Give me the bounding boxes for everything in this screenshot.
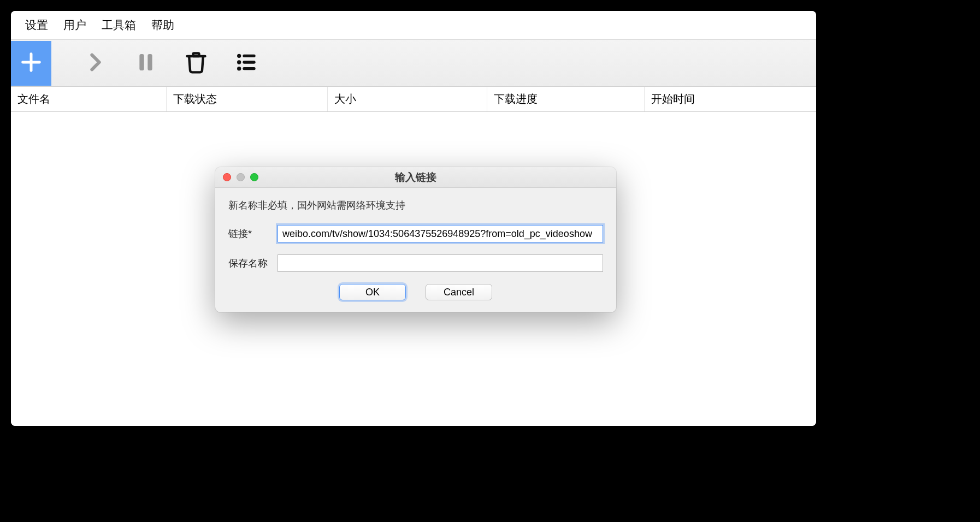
- menu-help[interactable]: 帮助: [144, 14, 182, 36]
- menu-settings[interactable]: 设置: [17, 14, 56, 36]
- dialog-body: 新名称非必填，国外网站需网络环境支持 链接* 保存名称 OK Cancel: [215, 188, 616, 312]
- plus-icon: [19, 50, 44, 77]
- column-start-time[interactable]: 开始时间: [645, 87, 816, 111]
- svg-rect-2: [139, 54, 144, 70]
- save-name-label: 保存名称: [228, 257, 278, 270]
- cancel-button[interactable]: Cancel: [426, 284, 492, 300]
- input-link-dialog: 输入链接 新名称非必填，国外网站需网络环境支持 链接* 保存名称 OK Canc…: [215, 167, 616, 312]
- link-label: 链接*: [228, 227, 278, 240]
- menu-user[interactable]: 用户: [56, 14, 94, 36]
- menu-toolbox[interactable]: 工具箱: [94, 14, 144, 36]
- svg-rect-3: [147, 54, 152, 70]
- toolbar: [11, 40, 816, 87]
- column-size[interactable]: 大小: [328, 87, 487, 111]
- start-button[interactable]: [75, 42, 116, 85]
- column-progress[interactable]: 下载进度: [487, 87, 645, 111]
- column-filename[interactable]: 文件名: [11, 87, 167, 111]
- ok-button[interactable]: OK: [339, 284, 406, 300]
- column-status[interactable]: 下载状态: [167, 87, 328, 111]
- delete-button[interactable]: [176, 42, 216, 85]
- menubar: 设置 用户 工具箱 帮助: [11, 11, 816, 40]
- svg-point-4: [237, 54, 241, 57]
- link-row: 链接*: [228, 225, 603, 242]
- add-button[interactable]: [11, 41, 51, 86]
- svg-rect-9: [243, 67, 255, 70]
- svg-point-8: [237, 67, 241, 70]
- chevron-right-icon: [85, 51, 107, 75]
- minimize-icon: [237, 173, 245, 181]
- close-icon[interactable]: [223, 173, 231, 181]
- table-header: 文件名 下载状态 大小 下载进度 开始时间: [11, 87, 816, 112]
- dialog-buttons: OK Cancel: [228, 284, 603, 300]
- dialog-titlebar[interactable]: 输入链接: [215, 167, 616, 188]
- pause-button[interactable]: [126, 42, 166, 85]
- svg-rect-5: [243, 54, 255, 57]
- svg-point-6: [237, 60, 241, 64]
- list-icon: [234, 51, 259, 75]
- dialog-hint: 新名称非必填，国外网站需网络环境支持: [228, 199, 603, 212]
- pause-icon: [135, 50, 157, 76]
- link-input[interactable]: [278, 225, 603, 242]
- traffic-lights: [223, 173, 258, 181]
- save-name-row: 保存名称: [228, 254, 603, 272]
- dialog-title: 输入链接: [215, 170, 616, 185]
- svg-rect-7: [243, 61, 255, 63]
- list-button[interactable]: [226, 42, 267, 85]
- maximize-icon[interactable]: [250, 173, 258, 181]
- save-name-input[interactable]: [278, 254, 603, 272]
- trash-icon: [184, 50, 208, 76]
